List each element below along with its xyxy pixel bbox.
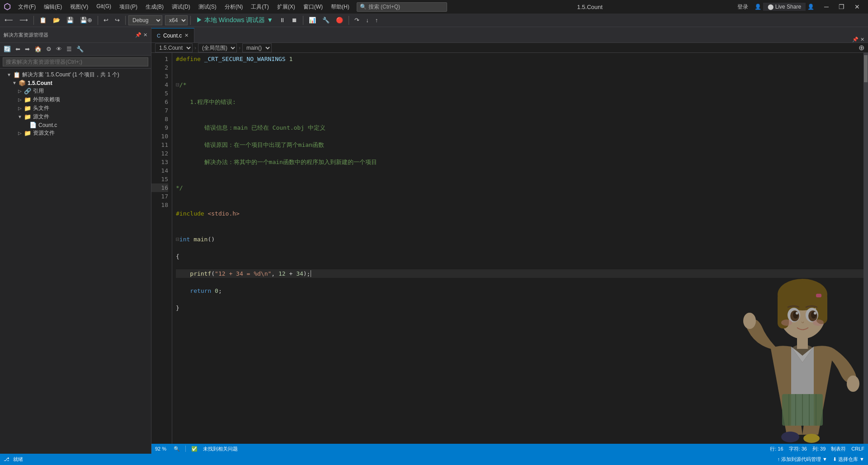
tab-countc[interactable]: C Count.c ✕ (151, 28, 194, 42)
breadcrumb-scope-select[interactable]: (全局范围) (198, 43, 237, 52)
menu-window[interactable]: 窗口(W) (300, 2, 326, 12)
login-button[interactable]: 登录 (733, 2, 753, 12)
debug-config-select[interactable]: Debug Release (128, 15, 162, 25)
solution-label: 解决方案 '1.5.Count' (1 个项目，共 1 个) (22, 71, 119, 79)
settings-btn[interactable]: ⚙ (44, 45, 53, 53)
step-over-btn[interactable]: ↷ (352, 16, 362, 24)
breadcrumb-sep2: › (239, 45, 241, 51)
add-to-scm-btn[interactable]: ↑ 添加到源代码管理 ▼ (778, 456, 828, 463)
menu-view[interactable]: 视图(V) (66, 2, 92, 12)
tree-extdep-node[interactable]: ▷ 📁 外部依赖项 (0, 95, 151, 104)
account2-icon[interactable]: 👤 (806, 4, 816, 10)
new-project-btn[interactable]: 📋 (37, 16, 49, 24)
window-controls: ─ ❐ ✕ (820, 2, 864, 11)
home-btn[interactable]: 🏠 (33, 45, 43, 53)
editor-tab-bar: C Count.c ✕ 📌 ✕ (151, 27, 868, 43)
editor-area: C Count.c ✕ 📌 ✕ 1.5.Count › (全局范围) › mai… (151, 27, 868, 454)
tree-ref-node[interactable]: ▷ 🔗 引用 (0, 87, 151, 95)
sidebar-close-icon[interactable]: ✕ (143, 32, 147, 38)
breakpoint-btn[interactable]: 🔴 (333, 16, 346, 24)
sidebar-header-controls: 📌 ✕ (135, 32, 147, 38)
view-btn[interactable]: 🔧 (75, 45, 85, 53)
search-placeholder: 搜索 (Ctrl+Q) (368, 3, 400, 11)
stop-btn[interactable]: ⏹ (289, 16, 300, 24)
menu-debug[interactable]: 调试(D) (168, 2, 194, 12)
live-share-label: Live Share (775, 4, 801, 10)
live-share-button[interactable]: ⬤ Live Share (763, 3, 806, 11)
back-btn[interactable]: ⬅ (14, 45, 22, 53)
redo-btn[interactable]: ↪ (112, 16, 123, 24)
minimize-button[interactable]: ─ (820, 2, 833, 11)
diag-btn[interactable]: 🔧 (320, 16, 332, 24)
tab-pin-btn[interactable]: 📌 (852, 37, 859, 42)
nav-back-btn[interactable]: ⟵ (2, 16, 16, 24)
tree-headers-node[interactable]: ▷ 📁 头文件 (0, 104, 151, 113)
pause-btn[interactable]: ⏸ (277, 16, 288, 24)
no-issues-icon: ✅ (191, 446, 198, 452)
editor-status-bar: 92 % 🔍 ✅ 未找到相关问题 行: 16 字符: 36 列: 39 制表符 … (151, 444, 868, 454)
sources-label: 源文件 (33, 113, 49, 121)
nav-fwd-btn[interactable]: ⟶ (17, 16, 31, 24)
perf-btn[interactable]: 📊 (306, 16, 319, 24)
breadcrumb-add-btn[interactable]: ⊕ (859, 43, 864, 52)
save-all-btn[interactable]: 💾⊕ (77, 16, 95, 24)
tab-bar-controls: 📌 ✕ (852, 37, 868, 42)
tab-close-all-btn[interactable]: ✕ (860, 37, 864, 42)
solution-explorer: 解决方案资源管理器 📌 ✕ 🔄 ⬅ ➡ 🏠 ⚙ 👁 ☰ 🔧 ▼ 📋 解决方案 '… (0, 27, 151, 454)
account-icon[interactable]: 👤 (753, 4, 763, 10)
run-debugger-button[interactable]: ▶ 本地 Windows 调试器 ▼ (193, 15, 276, 25)
c-file-icon: 📄 (29, 122, 37, 128)
menu-build[interactable]: 生成(B) (142, 2, 167, 12)
filter-btn[interactable]: ☰ (65, 45, 74, 53)
step-out-btn[interactable]: ↑ (373, 16, 381, 24)
menu-edit[interactable]: 编辑(E) (40, 2, 66, 12)
step-into-btn[interactable]: ↓ (363, 16, 372, 24)
window-title: 1.5.Count (447, 4, 733, 10)
tab-countc-close[interactable]: ✕ (184, 33, 189, 38)
menu-test[interactable]: 测试(S) (195, 2, 220, 12)
menu-extensions[interactable]: 扩展(X) (274, 2, 299, 12)
headers-label: 头文件 (33, 104, 49, 112)
menu-file[interactable]: 文件(F) (14, 2, 39, 12)
menu-tools[interactable]: 工具(T) (247, 2, 272, 12)
line-info: 行: 16 (770, 446, 783, 452)
tree-countc-node[interactable]: 📄 Count.c (0, 121, 151, 129)
tree-sources-node[interactable]: ▼ 📁 源文件 (0, 113, 151, 121)
solution-tree: ▼ 📋 解决方案 '1.5.Count' (1 个项目，共 1 个) ▼ 📦 1… (0, 69, 151, 454)
toolbar-sep1 (33, 16, 34, 25)
code-content[interactable]: #define _CRT_SECURE_NO_WARNINGS 1 ⊟/* 1.… (172, 53, 868, 444)
breadcrumb-bar: 1.5.Count › (全局范围) › main() ⊕ (151, 43, 868, 53)
menu-help[interactable]: 帮助(H) (327, 2, 353, 12)
breadcrumb-func-select[interactable]: main() (242, 43, 272, 52)
editor-scrollbar[interactable] (863, 53, 868, 444)
tree-solution-node[interactable]: ▼ 📋 解决方案 '1.5.Count' (1 个项目，共 1 个) (0, 70, 151, 79)
save-btn[interactable]: 💾 (64, 16, 76, 24)
menu-project[interactable]: 项目(P) (116, 2, 141, 12)
close-button[interactable]: ✕ (850, 2, 864, 11)
menu-git[interactable]: Git(G) (93, 2, 115, 12)
undo-btn[interactable]: ↩ (101, 16, 111, 24)
encoding-info[interactable]: CRLF (851, 446, 864, 451)
pin-icon[interactable]: 📌 (135, 32, 142, 38)
main-toolbar: ⟵ ⟶ 📋 📂 💾 💾⊕ ↩ ↪ Debug Release x64 x86 ▶… (0, 14, 868, 27)
select-repo-btn[interactable]: ⬇ 选择仓库 ▼ (833, 456, 864, 463)
tree-resources-node[interactable]: ▷ 📁 资源文件 (0, 129, 151, 137)
col-info: 列: 39 (812, 446, 826, 452)
status-ready: 就绪 (13, 456, 23, 463)
platform-select[interactable]: x64 x86 (165, 15, 188, 25)
tabsize-info[interactable]: 制表符 (831, 446, 846, 452)
sync-btn[interactable]: 🔄 (2, 45, 13, 53)
zoom-level[interactable]: 92 % (155, 446, 166, 451)
global-search[interactable]: 🔍 搜索 (Ctrl+Q) (357, 2, 447, 12)
open-btn[interactable]: 📂 (50, 16, 63, 24)
tree-project-node[interactable]: ▼ 📦 1.5.Count (0, 79, 151, 87)
sidebar-search-input[interactable] (3, 57, 148, 66)
show-all-btn[interactable]: 👁 (54, 45, 64, 53)
git-icon: ⎇ (4, 456, 9, 462)
breadcrumb-project-select[interactable]: 1.5.Count (155, 43, 193, 52)
forward-btn[interactable]: ➡ (23, 45, 32, 53)
code-editor[interactable]: 1 2 3 4 5 6 7 8 9 10 11 12 13 14 15 16 1… (151, 53, 868, 444)
main-layout: 解决方案资源管理器 📌 ✕ 🔄 ⬅ ➡ 🏠 ⚙ 👁 ☰ 🔧 ▼ 📋 解决方案 '… (0, 27, 868, 454)
restore-button[interactable]: ❐ (834, 2, 849, 11)
menu-analyze[interactable]: 分析(N) (221, 2, 247, 12)
